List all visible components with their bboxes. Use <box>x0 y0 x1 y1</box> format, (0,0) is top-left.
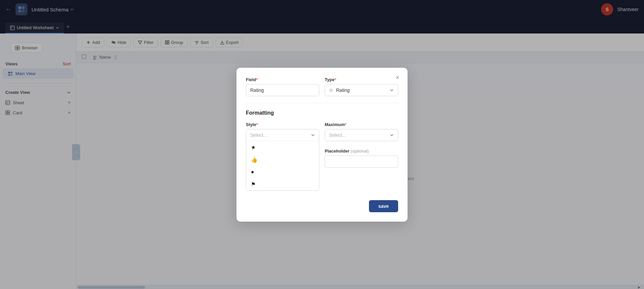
style-dropdown-options: ★ 👍 ● ⚑ <box>246 141 319 190</box>
option-star[interactable]: ★ <box>246 141 319 154</box>
option-circle[interactable]: ● <box>246 166 319 178</box>
style-dropdown-wrapper: Select... ★ 👍 <box>246 129 319 191</box>
field-input[interactable] <box>246 84 319 96</box>
modal-dialog: × Field* Type* ☆ Rating <box>236 68 408 222</box>
type-select[interactable]: ☆ Rating <box>325 84 398 96</box>
style-dropdown[interactable]: Select... ★ 👍 <box>246 129 319 191</box>
style-dropdown-header[interactable]: Select... <box>246 129 319 141</box>
modal-overlay: × Field* Type* ☆ Rating <box>0 0 644 289</box>
field-label: Field* <box>246 77 319 82</box>
field-field: Field* <box>246 77 319 96</box>
save-button[interactable]: save <box>369 200 398 212</box>
type-icon: ☆ <box>329 88 333 93</box>
option-flag[interactable]: ⚑ <box>246 178 319 190</box>
maximum-chevron-icon <box>390 133 394 137</box>
modal-close-button[interactable]: × <box>393 73 402 82</box>
type-field: Type* ☆ Rating <box>325 77 398 96</box>
placeholder-field: Placeholder (optional) <box>325 149 398 168</box>
flag-icon: ⚑ <box>251 181 256 187</box>
placeholder-label: Placeholder (optional) <box>325 149 398 154</box>
option-thumb[interactable]: 👍 <box>246 154 319 166</box>
style-placeholder: Select... <box>250 132 267 138</box>
maximum-select[interactable]: Select... <box>325 129 398 141</box>
type-label: Type* <box>325 77 398 82</box>
modal-footer: save <box>246 197 398 212</box>
thumbs-up-icon: 👍 <box>251 157 258 163</box>
optional-text: (optional) <box>351 149 369 154</box>
maximum-label: Maximum* <box>325 122 398 127</box>
maximum-placeholder: Select... <box>329 132 346 138</box>
style-label: Style* <box>246 122 319 127</box>
maximum-field: Maximum* Select... Placeholder (optional… <box>325 122 398 191</box>
modal-divider <box>246 103 398 103</box>
circle-icon: ● <box>251 169 254 175</box>
type-value: Rating <box>336 88 350 93</box>
style-field: Style* Select... ★ <box>246 122 319 191</box>
type-chevron-icon <box>390 88 394 92</box>
modal-style-max-row: Style* Select... ★ <box>246 122 398 191</box>
placeholder-input[interactable] <box>325 156 398 168</box>
formatting-title: Formatting <box>246 110 398 116</box>
style-chevron-icon <box>311 133 315 137</box>
modal-field-type-row: Field* Type* ☆ Rating <box>246 77 398 96</box>
star-icon: ★ <box>251 144 256 151</box>
